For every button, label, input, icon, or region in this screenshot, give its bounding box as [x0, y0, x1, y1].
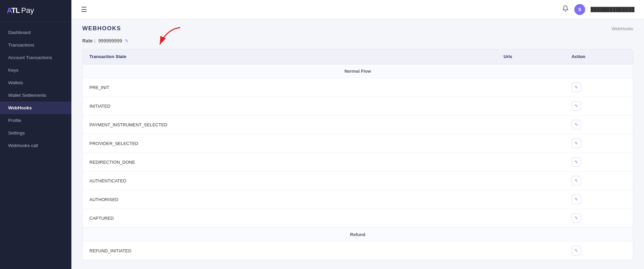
state-redirection-done: REDIRECTION_DONE [89, 160, 504, 165]
action-authorised: ✎ [572, 195, 626, 204]
edit-authorised-button[interactable]: ✎ [572, 195, 581, 204]
table-row: PRE_INIT ✎ [83, 78, 633, 97]
logo: ATL Pay [0, 0, 71, 22]
state-authorised: AUTHORISED [89, 197, 504, 202]
page-title: WEBHOOKS [82, 25, 121, 32]
table-row: PAYMENT_INSTRUMENT_SELECTED ✎ [83, 115, 633, 134]
state-initiated: INITIATED [89, 104, 504, 109]
sidebar-item-wallet-settlements[interactable]: Wallet Settlements [0, 89, 71, 102]
topbar-left: ☰ [81, 5, 87, 14]
rate-row: Rate : 999999999 ✎ [71, 35, 644, 49]
table-row: AUTHENTICATED ✎ [83, 172, 633, 190]
action-initiated: ✎ [572, 101, 626, 111]
table-row: PROVIDER_SELECTED ✎ [83, 134, 633, 153]
action-captured: ✎ [572, 213, 626, 223]
page-header: WEBHOOKS WebHooks [71, 19, 644, 35]
user-name: ██████████████ [591, 7, 634, 12]
rate-value: 999999999 [98, 38, 122, 43]
table-row: CAPTURED ✎ [83, 209, 633, 228]
webhooks-table: Transaction State Urls Action Normal Flo… [82, 49, 633, 260]
sidebar-item-profile[interactable]: Profile [0, 114, 71, 127]
rate-label: Rate : [82, 38, 96, 43]
edit-provider-selected-button[interactable]: ✎ [572, 139, 581, 148]
sidebar: ATL Pay Dashboard Transactions Account T… [0, 0, 71, 269]
notification-bell-icon[interactable] [562, 5, 569, 14]
action-provider-selected: ✎ [572, 139, 626, 148]
table-row: INITIATED ✎ [83, 97, 633, 115]
edit-redirection-done-button[interactable]: ✎ [572, 157, 581, 167]
edit-captured-button[interactable]: ✎ [572, 213, 581, 223]
action-pre-init: ✎ [572, 83, 626, 92]
state-pre-init: PRE_INIT [89, 85, 504, 90]
section-refund: Refund [83, 228, 633, 241]
sidebar-nav: Dashboard Transactions Account Transacti… [0, 22, 71, 269]
breadcrumb: WebHooks [612, 26, 633, 31]
sidebar-item-webhooks-call[interactable]: Webhooks call [0, 139, 71, 152]
th-urls: Urls [504, 54, 572, 59]
edit-initiated-button[interactable]: ✎ [572, 101, 581, 111]
section-normal-flow: Normal Flow [83, 64, 633, 78]
topbar-right: S ██████████████ [562, 4, 634, 15]
rate-edit-icon[interactable]: ✎ [125, 38, 129, 43]
sidebar-item-transactions[interactable]: Transactions [0, 39, 71, 51]
state-captured: CAPTURED [89, 216, 504, 221]
edit-refund-initiated-button[interactable]: ✎ [572, 246, 581, 255]
table-row: REFUND_INITIATED ✎ [83, 241, 633, 260]
edit-authenticated-button[interactable]: ✎ [572, 176, 581, 185]
edit-pre-init-button[interactable]: ✎ [572, 83, 581, 92]
avatar: S [574, 4, 585, 15]
table-header: Transaction State Urls Action [83, 49, 633, 64]
sidebar-item-wallets[interactable]: Wallets [0, 76, 71, 89]
logo-atl: ATL [7, 6, 20, 15]
topbar: ☰ S ██████████████ [71, 0, 644, 19]
table-row: AUTHORISED ✎ [83, 190, 633, 209]
sidebar-item-dashboard[interactable]: Dashboard [0, 26, 71, 39]
state-authenticated: AUTHENTICATED [89, 178, 504, 183]
state-payment-instrument: PAYMENT_INSTRUMENT_SELECTED [89, 122, 504, 127]
table-row: REDIRECTION_DONE ✎ [83, 153, 633, 172]
sidebar-item-webhooks[interactable]: WebHooks [0, 102, 71, 114]
th-transaction-state: Transaction State [89, 54, 504, 59]
edit-payment-instrument-button[interactable]: ✎ [572, 120, 581, 129]
state-refund-initiated: REFUND_INITIATED [89, 248, 504, 253]
sidebar-item-account-transactions[interactable]: Account Transactions [0, 51, 71, 64]
page-area: WEBHOOKS WebHooks Rate : 999999999 ✎ Tr [71, 19, 644, 269]
hamburger-icon[interactable]: ☰ [81, 5, 87, 14]
th-action: Action [572, 54, 626, 59]
action-authenticated: ✎ [572, 176, 626, 185]
action-payment-instrument: ✎ [572, 120, 626, 129]
logo-pay: Pay [21, 6, 34, 15]
sidebar-item-settings[interactable]: Settings [0, 127, 71, 139]
main-content: ☰ S ██████████████ WEBHOOKS WebHooks Rat… [71, 0, 644, 269]
state-provider-selected: PROVIDER_SELECTED [89, 141, 504, 146]
action-refund-initiated: ✎ [572, 246, 626, 255]
action-redirection-done: ✎ [572, 157, 626, 167]
sidebar-item-keys[interactable]: Keys [0, 64, 71, 76]
